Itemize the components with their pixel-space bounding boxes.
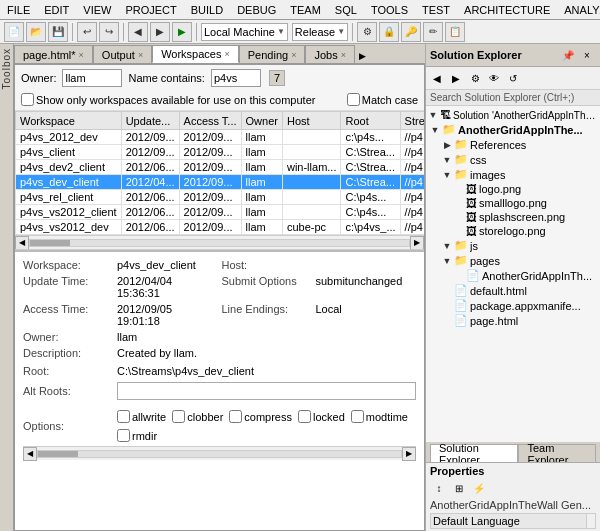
tree-solution-expand[interactable]: ▼ bbox=[428, 110, 438, 120]
prop-grid-btn[interactable]: ⊞ bbox=[450, 479, 468, 497]
tab-page-html-close[interactable]: × bbox=[79, 50, 84, 60]
tree-node[interactable]: 📄page.html bbox=[428, 313, 598, 328]
tree-solution-node[interactable]: ▼ 🏗 Solution 'AnotherGridAppInThe...' bbox=[428, 108, 598, 122]
hscroll-right[interactable]: ▶ bbox=[410, 236, 424, 250]
match-case-checkbox[interactable] bbox=[347, 93, 360, 106]
toolbar-new-btn[interactable]: 📄 bbox=[4, 22, 24, 42]
release-dropdown[interactable]: Release ▼ bbox=[292, 23, 348, 41]
tab-page-html[interactable]: page.html* × bbox=[14, 45, 93, 63]
hscroll-left[interactable]: ◀ bbox=[15, 236, 29, 250]
details-hscroll[interactable]: ◀ ▶ bbox=[23, 446, 416, 460]
menu-project[interactable]: PROJECT bbox=[122, 3, 179, 17]
menu-team[interactable]: TEAM bbox=[287, 3, 324, 17]
menu-file[interactable]: FILE bbox=[4, 3, 33, 17]
menu-architecture[interactable]: ARCHITECTURE bbox=[461, 3, 553, 17]
se-properties[interactable]: ⚙ bbox=[466, 69, 484, 87]
opt-clobber[interactable]: clobber bbox=[172, 410, 223, 423]
tree-node[interactable]: 🖼storelogo.png bbox=[428, 224, 598, 238]
toolbar-undo-btn[interactable]: ↩ bbox=[77, 22, 97, 42]
tab-workspaces-close[interactable]: × bbox=[224, 49, 229, 59]
tree-expand-icon[interactable]: ▼ bbox=[442, 155, 452, 165]
tab-jobs-close[interactable]: × bbox=[341, 50, 346, 60]
toolbar-save-btn[interactable]: 💾 bbox=[48, 22, 68, 42]
opt-compress-cb[interactable] bbox=[229, 410, 242, 423]
toolbar-extra4[interactable]: ✏ bbox=[423, 22, 443, 42]
toolbar-back-btn[interactable]: ◀ bbox=[128, 22, 148, 42]
se-refresh[interactable]: ↺ bbox=[504, 69, 522, 87]
prop-sort-btn[interactable]: ↕ bbox=[430, 479, 448, 497]
tree-node[interactable]: 📄AnotherGridAppInTh... bbox=[428, 268, 598, 283]
tab-scroll-arrow[interactable]: ▶ bbox=[355, 49, 370, 63]
se-show-all[interactable]: 👁 bbox=[485, 69, 503, 87]
hscroll-track[interactable] bbox=[29, 239, 410, 247]
prop-filter-btn[interactable]: ⚡ bbox=[470, 479, 488, 497]
alt-roots-input[interactable] bbox=[117, 382, 416, 400]
tree-node[interactable]: ▼📁css bbox=[428, 152, 598, 167]
toolbar-extra5[interactable]: 📋 bbox=[445, 22, 465, 42]
tree-node[interactable]: ▼📁pages bbox=[428, 253, 598, 268]
menu-tools[interactable]: TOOLS bbox=[368, 3, 411, 17]
tab-solution-explorer[interactable]: Solution Explorer bbox=[430, 444, 518, 462]
toolbar-extra2[interactable]: 🔒 bbox=[379, 22, 399, 42]
opt-modtime-cb[interactable] bbox=[351, 410, 364, 423]
opt-rmdir-cb[interactable] bbox=[117, 429, 130, 442]
opt-locked[interactable]: locked bbox=[298, 410, 345, 423]
tree-node[interactable]: ▶📁References bbox=[428, 137, 598, 152]
se-search-box[interactable]: Search Solution Explorer (Ctrl+;) bbox=[426, 90, 600, 106]
show-only-checkbox[interactable] bbox=[21, 93, 34, 106]
name-contains-input[interactable] bbox=[211, 69, 261, 87]
menu-test[interactable]: TEST bbox=[419, 3, 453, 17]
menu-sql[interactable]: SQL bbox=[332, 3, 360, 17]
opt-compress[interactable]: compress bbox=[229, 410, 292, 423]
menu-analyze[interactable]: ANALYZE bbox=[561, 3, 600, 17]
details-hscroll-track[interactable] bbox=[37, 450, 402, 458]
menu-view[interactable]: VIEW bbox=[80, 3, 114, 17]
se-close-btn[interactable]: × bbox=[578, 46, 596, 64]
tab-pending[interactable]: Pending × bbox=[239, 45, 306, 63]
toolbar-extra1[interactable]: ⚙ bbox=[357, 22, 377, 42]
table-hscroll[interactable]: ◀ ▶ bbox=[15, 235, 424, 249]
opt-allwrite-cb[interactable] bbox=[117, 410, 130, 423]
se-nav-forward[interactable]: ▶ bbox=[447, 69, 465, 87]
toolbar-redo-btn[interactable]: ↪ bbox=[99, 22, 119, 42]
table-row[interactable]: p4vs_vs2012_dev2012/06...2012/09...llamc… bbox=[16, 220, 425, 235]
tree-expand-icon[interactable]: ▼ bbox=[430, 125, 440, 135]
table-row[interactable]: p4vs_2012_dev2012/09...2012/09...llamc:\… bbox=[16, 130, 425, 145]
opt-clobber-cb[interactable] bbox=[172, 410, 185, 423]
tab-pending-close[interactable]: × bbox=[291, 50, 296, 60]
menu-edit[interactable]: EDIT bbox=[41, 3, 72, 17]
owner-input[interactable] bbox=[62, 69, 122, 87]
tab-team-explorer[interactable]: Team Explorer bbox=[518, 444, 596, 462]
se-pin-btn[interactable]: 📌 bbox=[559, 46, 577, 64]
opt-modtime[interactable]: modtime bbox=[351, 410, 408, 423]
se-nav-back[interactable]: ◀ bbox=[428, 69, 446, 87]
details-hscroll-left[interactable]: ◀ bbox=[23, 447, 37, 461]
table-row[interactable]: p4vs_vs2012_client2012/06...2012/09...ll… bbox=[16, 205, 425, 220]
toolbar-open-btn[interactable]: 📂 bbox=[26, 22, 46, 42]
opt-locked-cb[interactable] bbox=[298, 410, 311, 423]
show-only-checkbox-label[interactable]: Show only workspaces available for use o… bbox=[21, 93, 315, 106]
tree-expand-icon[interactable]: ▼ bbox=[442, 241, 452, 251]
tree-node[interactable]: 🖼splashscreen.png bbox=[428, 210, 598, 224]
prop-field-value[interactable] bbox=[587, 514, 596, 529]
tab-jobs[interactable]: Jobs × bbox=[305, 45, 355, 63]
table-row[interactable]: p4vs_client2012/09...2012/09...llamC:\St… bbox=[16, 145, 425, 160]
tree-node[interactable]: ▼📁js bbox=[428, 238, 598, 253]
table-row[interactable]: p4vs_dev_client2012/04...2012/09...llamC… bbox=[16, 175, 425, 190]
tree-expand-icon[interactable]: ▼ bbox=[442, 256, 452, 266]
details-hscroll-right[interactable]: ▶ bbox=[402, 447, 416, 461]
tab-workspaces[interactable]: Workspaces × bbox=[152, 45, 239, 63]
table-row[interactable]: p4vs_dev2_client2012/06...2012/09...llam… bbox=[16, 160, 425, 175]
opt-rmdir[interactable]: rmdir bbox=[117, 429, 157, 442]
tree-node[interactable]: 🖼smalllogo.png bbox=[428, 196, 598, 210]
tab-output-close[interactable]: × bbox=[138, 50, 143, 60]
tree-node[interactable]: 🖼logo.png bbox=[428, 182, 598, 196]
tree-node[interactable]: ▼📁AnotherGridAppInThe... bbox=[428, 122, 598, 137]
tree-node[interactable]: 📄package.appxmanife... bbox=[428, 298, 598, 313]
tree-expand-icon[interactable]: ▶ bbox=[442, 140, 452, 150]
toolbar-forward-btn[interactable]: ▶ bbox=[150, 22, 170, 42]
menu-debug[interactable]: DEBUG bbox=[234, 3, 279, 17]
machine-dropdown[interactable]: Local Machine ▼ bbox=[201, 23, 288, 41]
toolbar-extra3[interactable]: 🔑 bbox=[401, 22, 421, 42]
tab-output[interactable]: Output × bbox=[93, 45, 152, 63]
